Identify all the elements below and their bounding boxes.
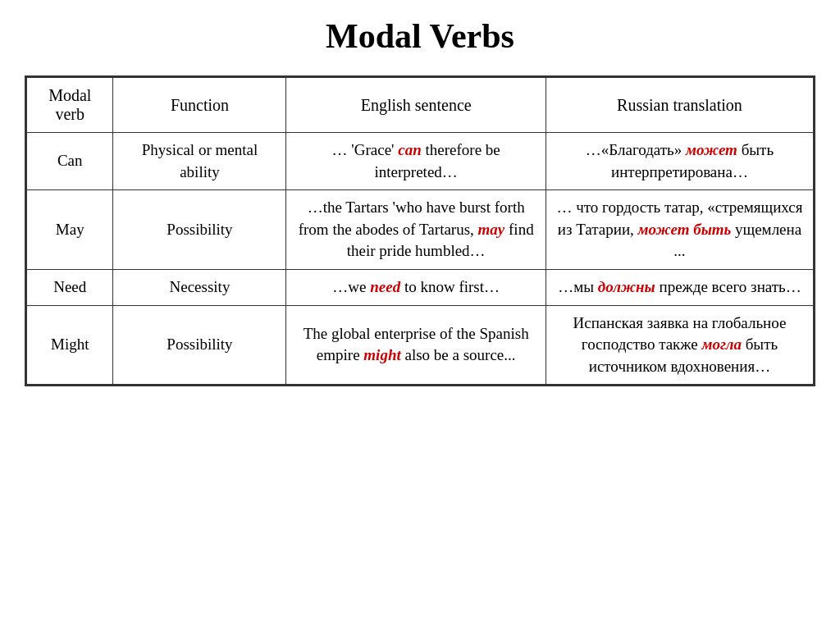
red-italic-text: need [370, 278, 400, 295]
cell-english: The global enterprise of the Spanish emp… [286, 305, 546, 385]
red-italic-text-russian: должны [598, 278, 655, 295]
header-modal-verb: Modal verb [27, 78, 113, 133]
cell-function: Physical or mental ability [113, 133, 286, 190]
cell-russian: … что гордость татар, «стремящихся из Та… [546, 190, 813, 270]
red-italic-text: may [478, 221, 505, 238]
red-italic-text: might [363, 346, 400, 363]
red-italic-text-russian: может [686, 141, 737, 158]
red-italic-text: can [398, 141, 422, 158]
header-russian: Russian translation [546, 78, 813, 133]
cell-function: Possibility [113, 305, 286, 385]
red-italic-text-russian: могла [701, 336, 742, 353]
cell-russian: …мы должны прежде всего знать… [546, 269, 813, 305]
table-row: CanPhysical or mental ability… 'Grace' c… [27, 133, 814, 190]
cell-function: Possibility [113, 190, 286, 270]
table-row: MayPossibility…the Tartars 'who have bur… [27, 190, 814, 270]
table-row: MightPossibilityThe global enterprise of… [27, 305, 814, 385]
cell-english: …the Tartars 'who have burst forth from … [286, 190, 546, 270]
cell-modal-verb: Need [27, 269, 113, 305]
header-function: Function [113, 78, 286, 133]
table-header-row: Modal verb Function English sentence Rus… [27, 78, 814, 133]
page-title: Modal Verbs [326, 16, 514, 56]
cell-russian: Испанская заявка на глобальное господств… [546, 305, 813, 385]
cell-english: … 'Grace' can therefore be interpreted… [286, 133, 546, 190]
cell-modal-verb: Might [27, 305, 113, 385]
cell-russian: …«Благодать» может быть интерпретирована… [546, 133, 813, 190]
table-row: NeedNecessity…we need to know first……мы … [27, 269, 814, 305]
cell-function: Necessity [113, 269, 286, 305]
modal-verbs-table: Modal verb Function English sentence Rus… [25, 75, 815, 386]
cell-modal-verb: May [27, 190, 113, 270]
cell-english: …we need to know first… [286, 269, 546, 305]
header-english: English sentence [286, 78, 546, 133]
red-italic-text-russian: может быть [638, 221, 732, 238]
cell-modal-verb: Can [27, 133, 113, 190]
